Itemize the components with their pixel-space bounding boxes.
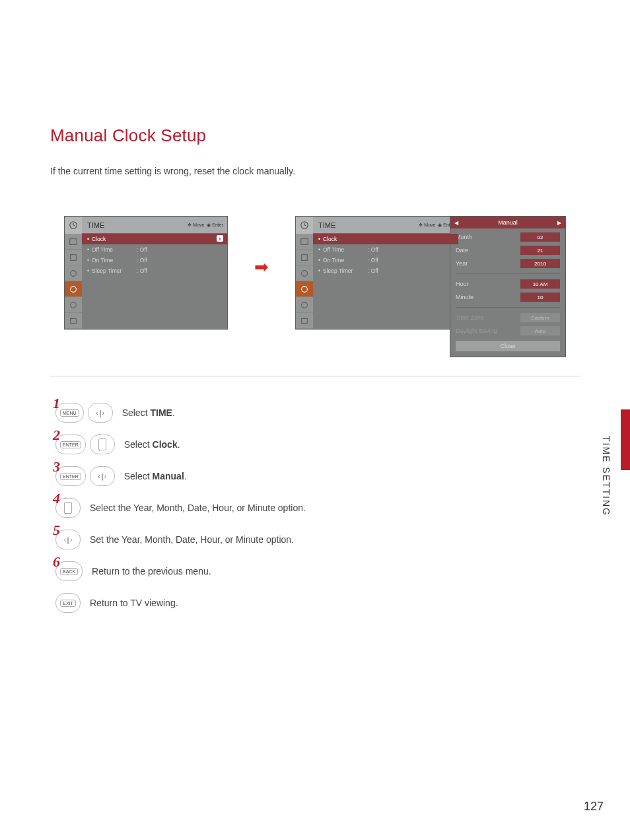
step-2: 2 ENTER ˄˅ Select Clock. (55, 435, 580, 454)
key-label: ENTER (60, 473, 81, 480)
svg-point-14 (302, 270, 308, 276)
popup-row-date[interactable]: Date 21 (456, 246, 560, 255)
sidebar-icon-option[interactable] (65, 313, 82, 329)
step-4: 4 ˄˅ Select the Year, Month, Date, Hour,… (55, 498, 580, 518)
svg-rect-3 (70, 238, 77, 244)
sidebar-icon-option[interactable] (296, 313, 313, 329)
popup-row-timezone: Time Zone Eastern (456, 313, 560, 322)
osd-item-offtime[interactable]: •Off Time : Off (313, 244, 458, 255)
step-number: 4 (53, 490, 60, 507)
step-text-pre: Select (124, 471, 153, 481)
page-title: Manual Clock Setup (50, 125, 580, 146)
popup-value: 10 AM (520, 279, 560, 289)
osd-sidebar (65, 234, 82, 329)
popup-value: 21 (520, 246, 560, 255)
popup-row-hour[interactable]: Hour 10 AM (456, 279, 560, 289)
osd-item-value: : Off (137, 246, 147, 253)
svg-line-11 (304, 225, 306, 226)
popup-label: Date (456, 247, 468, 254)
sidebar-icon-audio[interactable] (65, 250, 82, 265)
popup-label: Hour (456, 281, 469, 287)
sidebar-icon-settings[interactable] (296, 265, 313, 281)
step-number: 5 (53, 522, 60, 539)
step-text-pre: Select (122, 407, 151, 418)
osd-item-value: : Off (137, 267, 147, 274)
svg-line-2 (73, 225, 75, 226)
osd-item-label: Sleep Timer (323, 267, 368, 274)
sidebar-icon-settings[interactable] (65, 265, 82, 281)
popup-label: Daylight Saving (456, 328, 497, 334)
page-number: 127 (584, 800, 604, 814)
osd-item-value: : Off (137, 257, 147, 263)
svg-rect-4 (71, 254, 77, 260)
osd-item-clock[interactable]: •Clock ⇅ (82, 234, 227, 244)
popup-header[interactable]: ◀ Manual ▶ (450, 217, 565, 228)
osd-title: TIME (313, 221, 419, 229)
step-text-post: . (184, 471, 187, 481)
popup-row-month[interactable]: Month 02 (456, 232, 560, 242)
sidebar-icon-time[interactable] (65, 281, 82, 297)
step-text-bold: Clock (153, 439, 178, 450)
sidebar-icon-lock[interactable] (65, 297, 82, 313)
osd-list: •Clock ⇅ •Off Time : Off •On Time : Off … (82, 234, 227, 329)
updown-icon: ⇅ (217, 235, 223, 242)
osd-item-sleeptimer[interactable]: •Sleep Timer : Off (82, 265, 227, 276)
step-text-post: . (178, 439, 180, 450)
osd-header: TIME ✥ Move ◉ Enter (296, 217, 458, 234)
step-text-post: . (172, 407, 175, 418)
sidebar-icon-lock[interactable] (296, 297, 313, 313)
osd-hints: ✥ Move ◉ Enter (188, 223, 227, 228)
osd-item-label: Sleep Timer (92, 267, 137, 274)
step-text: Select Clock. (124, 439, 180, 450)
step-number: 1 (53, 395, 60, 412)
svg-rect-13 (302, 254, 308, 260)
hint-move: Move (193, 223, 204, 227)
hint-move: Move (424, 223, 435, 227)
step-text-bold: Manual (153, 471, 184, 481)
remote-dpad-lr-icon (88, 403, 113, 423)
svg-rect-8 (71, 318, 77, 323)
svg-rect-17 (302, 318, 308, 323)
step-6: 6 BACK Return to the previous menu. (55, 561, 580, 581)
step-1: 1 MENU Select TIME. (55, 403, 580, 423)
sidebar-icon-audio[interactable] (296, 250, 313, 265)
popup-row-year[interactable]: Year 2010 (456, 259, 560, 268)
remote-exit-button: EXIT (55, 593, 81, 613)
osd-item-label: Off Time (92, 246, 137, 253)
popup-value: 2010 (520, 259, 560, 268)
osd-item-sleeptimer[interactable]: •Sleep Timer : Off (313, 265, 458, 276)
clock-icon (65, 217, 82, 234)
osd-list: •Clock •Off Time : Off •On Time : Off •S… (313, 234, 458, 329)
step-text-bold: TIME (150, 407, 172, 418)
popup-value: 02 (520, 232, 560, 242)
osd-item-offtime[interactable]: •Off Time : Off (82, 244, 227, 255)
step-text: Set the Year, Month, Date, Hour, or Minu… (90, 534, 294, 545)
key-label: MENU (60, 409, 79, 417)
popup-title: Manual (458, 219, 557, 226)
step-text: Return to TV viewing. (90, 598, 178, 608)
popup-value: Eastern (520, 313, 560, 322)
popup-value: Auto (520, 326, 560, 335)
sidebar-icon-picture[interactable] (296, 234, 313, 250)
popup-close-button[interactable]: Close (456, 341, 560, 351)
osd-item-label: On Time (323, 257, 368, 263)
osd-item-ontime[interactable]: •On Time : Off (313, 255, 458, 265)
svg-rect-12 (301, 238, 308, 244)
popup-label: Time Zone (456, 314, 484, 321)
side-tab (621, 409, 630, 470)
svg-point-6 (71, 286, 77, 292)
osd-item-value: : Off (368, 246, 378, 253)
osd-item-label: Off Time (323, 246, 368, 253)
osd-row: TIME ✥ Move ◉ Enter •Clock (50, 216, 580, 376)
osd-item-label: Clock (323, 236, 368, 242)
key-label: ENTER (60, 441, 81, 448)
popup-row-minute[interactable]: Minute 10 (456, 293, 560, 302)
step-text-pre: Select (124, 439, 153, 450)
sidebar-icon-time[interactable] (296, 281, 313, 297)
step-text: Select TIME. (122, 407, 175, 418)
osd-item-clock[interactable]: •Clock (313, 234, 458, 244)
sidebar-icon-picture[interactable] (65, 234, 82, 250)
step-text: Return to the previous menu. (92, 566, 211, 577)
osd-item-ontime[interactable]: •On Time : Off (82, 255, 227, 265)
clock-popup: ◀ Manual ▶ Month 02 Date 21 Year 20 (450, 216, 566, 357)
